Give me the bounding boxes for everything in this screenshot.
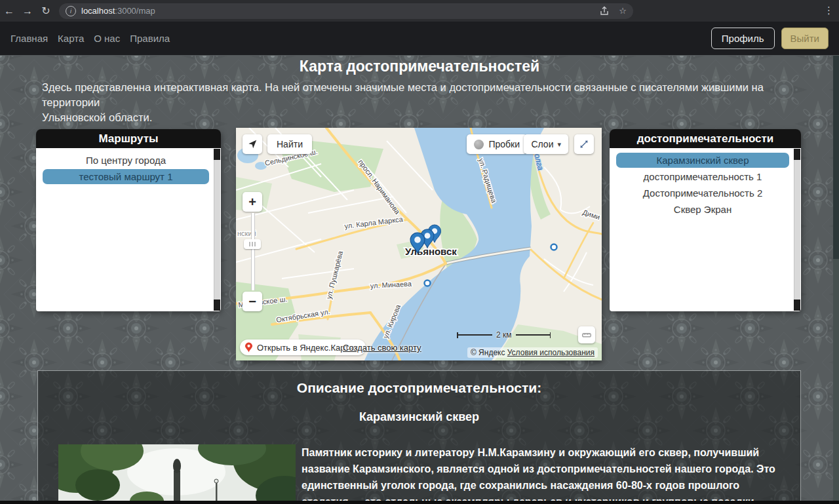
nav-link-map[interactable]: Карта [58, 33, 84, 44]
logout-button[interactable]: Выйти [781, 28, 829, 49]
map-search-button[interactable]: Найти [267, 134, 312, 154]
scale-line [458, 334, 492, 336]
site-info-icon[interactable]: i [66, 6, 76, 16]
page-intro: Здесь представленна интерактивная карта.… [42, 80, 783, 125]
scrollbar-down-button[interactable] [794, 300, 800, 311]
description-body: Памятник историку и литератору Н.М.Карам… [302, 444, 783, 504]
forward-icon[interactable]: → [18, 5, 37, 17]
nav-link-rules[interactable]: Правила [130, 33, 170, 44]
expand-arrows-icon [579, 139, 589, 149]
nav-link-home[interactable]: Главная [10, 33, 48, 44]
sight-photo [58, 444, 296, 504]
sights-list: Карамзинский сквер достопримечательность… [610, 148, 801, 311]
sights-panel: достопримечательности Карамзинский сквер… [610, 129, 801, 311]
map-scale: 2 км [457, 330, 551, 339]
profile-button[interactable]: Профиль [711, 28, 775, 49]
geolocation-button[interactable] [243, 134, 262, 154]
description-heading: Описание достопримечательности: [38, 380, 800, 396]
url-host: localhost [81, 6, 115, 16]
browser-menu-icon[interactable]: ⋮ [824, 5, 834, 16]
route-item[interactable]: По центру города [43, 153, 209, 168]
fullscreen-button[interactable] [574, 134, 594, 154]
traffic-label: Пробки [488, 139, 520, 149]
traffic-button[interactable]: Пробки [467, 134, 527, 154]
point-marker[interactable] [551, 244, 557, 250]
yandex-map[interactable]: Сельдинское ш. просп. Нариманова ул. Кар… [236, 128, 602, 360]
url-bar[interactable]: i localhost :3000/map ☆ [59, 3, 633, 19]
scrollbar-thumb[interactable] [833, 56, 839, 259]
point-marker[interactable] [425, 281, 431, 286]
routes-list: По центру города тестовый маршрут 1 [36, 148, 221, 311]
scrollbar-track[interactable] [794, 160, 800, 300]
scrollbar-up-button[interactable] [214, 149, 220, 160]
scrollbar-down-button[interactable] [214, 300, 220, 311]
ruler-button[interactable] [578, 326, 595, 343]
map-copyright: © Яндекс Условия использования [467, 347, 598, 358]
zoom-in-button[interactable]: + [243, 192, 262, 212]
scrollbar-track[interactable] [214, 160, 220, 300]
scale-tick [550, 332, 551, 338]
share-icon[interactable] [599, 6, 610, 16]
terms-of-use-link[interactable]: Условия использования [507, 348, 595, 357]
karamzin-square-photo [58, 444, 296, 504]
zoom-slider-handle[interactable] [244, 239, 261, 249]
ruler-icon [582, 331, 591, 339]
page-scrollbar[interactable] [833, 56, 839, 504]
chevron-down-icon: ▾ [557, 140, 561, 149]
red-pin-icon [244, 342, 253, 353]
sight-item[interactable]: Сквер Экран [616, 202, 789, 217]
browser-chrome: ← → ↻ i localhost :3000/map ☆ ⋮ [0, 0, 839, 22]
traffic-light-icon [474, 140, 484, 149]
route-item-selected[interactable]: тестовый маршрут 1 [43, 169, 209, 184]
layers-label: Слои [531, 139, 553, 149]
site-navbar: Главная Карта О нас Правила Профиль Выйт… [0, 22, 839, 55]
bookmark-star-icon[interactable]: ☆ [619, 6, 627, 16]
url-path: :3000/map [115, 6, 155, 16]
sight-item[interactable]: достопримечательность 1 [616, 169, 789, 184]
routes-panel-title: Маршруты [36, 129, 221, 148]
nav-right-group: Профиль Выйти [711, 28, 829, 49]
window-bottom-edge [0, 501, 839, 504]
sights-panel-title: достопримечательности [610, 129, 801, 148]
sight-description-section: Описание достопримечательности: Карамзин… [37, 370, 801, 504]
nav-link-about[interactable]: О нас [94, 33, 120, 44]
sight-item-selected[interactable]: Карамзинский сквер [616, 153, 789, 168]
scale-line [516, 334, 550, 336]
scale-label: 2 км [492, 330, 516, 339]
reload-icon[interactable]: ↻ [37, 5, 55, 17]
routes-scrollbar[interactable] [214, 149, 220, 311]
city-label: Ульяновск [405, 246, 457, 257]
layers-button[interactable]: Слои ▾ [524, 134, 568, 154]
sights-scrollbar[interactable] [794, 149, 800, 311]
description-subheading: Карамзинский сквер [38, 410, 800, 424]
page-title: Карта достопримечательностей [0, 58, 839, 75]
scrollbar-up-button[interactable] [794, 149, 800, 160]
yandex-copyright-label: © Яндекс [471, 348, 505, 357]
sight-item[interactable]: Достопримечательность 2 [616, 185, 789, 201]
back-icon[interactable]: ← [0, 5, 18, 17]
zoom-out-button[interactable]: − [243, 292, 262, 311]
create-own-map-link[interactable]: Создать свою карту [343, 343, 421, 353]
application-window: ← → ↻ i localhost :3000/map ☆ ⋮ Главная … [0, 0, 839, 504]
zoom-slider-track[interactable] [251, 213, 255, 290]
map-canvas[interactable]: Сельдинское ш. просп. Нариманова ул. Кар… [236, 128, 602, 360]
routes-panel: Маршруты По центру города тестовый маршр… [36, 129, 221, 311]
intro-line-1: Здесь представленна интерактивная карта.… [42, 80, 783, 110]
geolocation-arrow-icon [246, 138, 258, 150]
intro-line-2: Ульяновской области. [42, 110, 783, 125]
